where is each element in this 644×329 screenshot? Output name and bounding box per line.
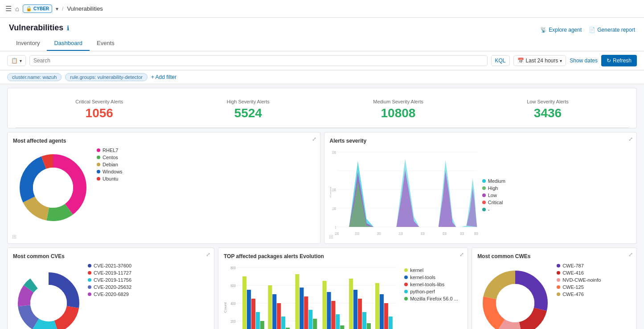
- legend-dot-kernel: [404, 268, 408, 272]
- legend-label-cve3: CVE-2019-11756: [94, 277, 131, 283]
- legend-dot-kernel-tools: [404, 276, 408, 279]
- svg-rect-74: [358, 299, 362, 329]
- page-header: Vulnerabilities ℹ 📡 Explore agent 📄 Gene…: [0, 18, 644, 51]
- legend-label-centos: Centos: [103, 155, 118, 160]
- refresh-icon: ↻: [607, 58, 611, 64]
- legend-medium: Medium: [482, 178, 505, 184]
- packages-chart-content: 0 200 400 600 800 Count: [224, 263, 462, 329]
- expand-icon-cwes[interactable]: ⤢: [628, 251, 633, 258]
- search-input[interactable]: [29, 55, 488, 66]
- most-affected-agents-title: Most affected agents: [13, 138, 315, 144]
- refresh-button[interactable]: ↻ Refresh: [601, 55, 637, 66]
- generate-report-link[interactable]: 📄 Generate report: [589, 27, 635, 33]
- legend-label-nvd-cwe: NVD-CWE-noinfo: [562, 277, 601, 283]
- search-bar: 📋 ▾ KQL 📅 Last 24 hours ▾ Show dates ↻ R…: [0, 51, 644, 70]
- svg-text:21:00: 21:00: [398, 231, 402, 235]
- search-type-selector[interactable]: 📋 ▾: [7, 55, 26, 66]
- legend-label-python-perf: python-perf: [410, 289, 435, 294]
- cwes-legend-items: CWE-787 CWE-416 NVD-CWE-noinfo CWE-: [557, 263, 601, 297]
- chart-area-cwes: CWE-787 CWE-416 NVD-CWE-noinfo CWE-: [477, 263, 631, 329]
- stat-low: Low Severity Alerts 3436: [527, 99, 569, 120]
- time-picker[interactable]: 📅 Last 24 hours ▾: [513, 55, 566, 66]
- high-label: High Severity Alerts: [227, 99, 270, 104]
- svg-text:3,000: 3,000: [332, 150, 336, 154]
- legend-dot-mozilla: [404, 297, 408, 300]
- dashboard-content: Most affected agents ⤢: [0, 128, 644, 329]
- add-filter-button[interactable]: + Add filter: [151, 74, 176, 80]
- legend-low: Low: [482, 193, 505, 198]
- home-icon[interactable]: ⌂: [15, 5, 19, 12]
- packages-legend: kernel kernel-tools kernel-tools-libs: [404, 263, 462, 329]
- tab-events[interactable]: Events: [90, 36, 122, 51]
- expand-icon-severity[interactable]: ⤢: [628, 136, 633, 142]
- legend-dot-high: [482, 186, 486, 190]
- svg-rect-78: [380, 294, 384, 329]
- svg-text:400: 400: [230, 301, 236, 306]
- svg-rect-79: [384, 303, 388, 329]
- svg-rect-53: [247, 290, 251, 329]
- svg-rect-59: [277, 303, 281, 329]
- expand-icon[interactable]: ⤢: [312, 136, 316, 142]
- legend-label-cve2: CVE-2019-11727: [94, 270, 131, 276]
- calendar-icon: 📅: [517, 58, 524, 64]
- most-common-cwes-card: Most common CWEs ⤢: [472, 247, 637, 329]
- tabs-row: Inventory Dashboard Events: [9, 36, 635, 51]
- severity-legend-items: Medium High Low Critical: [482, 178, 505, 212]
- stat-high: High Severity Alerts 5524: [227, 99, 270, 120]
- critical-value: 1056: [75, 106, 123, 120]
- breadcrumb-separator: /: [62, 6, 63, 12]
- legend-cve1: CVE-2021-37600: [88, 263, 131, 268]
- expand-icon-cves[interactable]: ⤢: [206, 251, 210, 258]
- info-icon[interactable]: ℹ: [67, 25, 69, 32]
- legend-dot-cwe416: [557, 271, 560, 275]
- legend-label-mozilla: Mozilla Firefox 56.0 ...: [410, 296, 458, 301]
- critical-label: Critical Severity Alerts: [75, 99, 123, 104]
- most-common-cwes-title: Most common CWEs: [477, 253, 631, 259]
- kql-button[interactable]: KQL: [491, 55, 510, 66]
- show-dates-button[interactable]: Show dates: [570, 58, 598, 64]
- logo-badge: 🔒 CYBER: [23, 4, 52, 13]
- most-common-cves-card: Most common CVEs ⤢: [7, 247, 214, 329]
- legend-high: High: [482, 185, 505, 191]
- agents-legend-items: RHEL7 Centos Debian Windows: [97, 148, 123, 181]
- svg-text:09:00: 09:00: [474, 231, 478, 235]
- top-packages-card: TOP affected packages alerts Evolution ⤢…: [218, 247, 468, 329]
- tab-inventory[interactable]: Inventory: [9, 36, 47, 51]
- legend-dot-cve3: [88, 278, 91, 282]
- dropdown-arrow[interactable]: ▾: [56, 6, 58, 12]
- legend-label-cve4: CVE-2020-25632: [94, 284, 131, 290]
- high-value: 5524: [227, 106, 270, 120]
- packages-chart: 0 200 400 600 800 Count: [224, 263, 401, 329]
- expand-icon-packages[interactable]: ⤢: [459, 251, 464, 258]
- severity-legend: Medium High Low Critical: [482, 148, 631, 238]
- legend-label-dash: -: [488, 207, 490, 212]
- explore-agent-link[interactable]: 📡 Explore agent: [540, 27, 582, 33]
- legend-ubuntu: Ubuntu: [97, 176, 123, 181]
- top-navigation-bar: ☰ ⌂ 🔒 CYBER ▾ / Vulnerabilities: [0, 0, 644, 18]
- legend-dot-centos: [97, 156, 100, 159]
- legend-rhel7: RHEL7: [97, 148, 123, 153]
- packages-legend-items: kernel kernel-tools kernel-tools-libs: [404, 267, 462, 301]
- legend-dot-cve1: [88, 264, 91, 267]
- svg-rect-64: [304, 296, 308, 329]
- legend-dot-rhel7: [97, 148, 100, 152]
- legend-label-rhel7: RHEL7: [103, 148, 118, 153]
- filter-tag-rule[interactable]: rule.groups: vulnerability-detector: [65, 73, 148, 81]
- chart-area-cves: CVE-2021-37600 CVE-2019-11727 CVE-2019-1…: [13, 263, 209, 329]
- medium-label: Medium Severity Alerts: [373, 99, 423, 104]
- legend-label-cwe416: CWE-416: [562, 270, 584, 276]
- tab-dashboard[interactable]: Dashboard: [47, 36, 90, 51]
- legend-dot-dash: [482, 208, 486, 211]
- svg-rect-69: [331, 301, 335, 329]
- explore-agent-icon: 📡: [540, 27, 547, 33]
- svg-rect-72: [349, 279, 353, 329]
- svg-text:2,000: 2,000: [332, 188, 336, 192]
- legend-label-windows: Windows: [103, 169, 123, 174]
- svg-text:12:00: 12:00: [335, 231, 339, 235]
- hamburger-icon[interactable]: ☰: [5, 4, 12, 13]
- medium-value: 10808: [373, 106, 423, 120]
- svg-text:00:00: 00:00: [420, 231, 424, 235]
- legend-dot-medium: [482, 179, 486, 183]
- filter-tag-cluster[interactable]: cluster.name: wazuh: [7, 73, 62, 81]
- svg-rect-76: [367, 323, 371, 329]
